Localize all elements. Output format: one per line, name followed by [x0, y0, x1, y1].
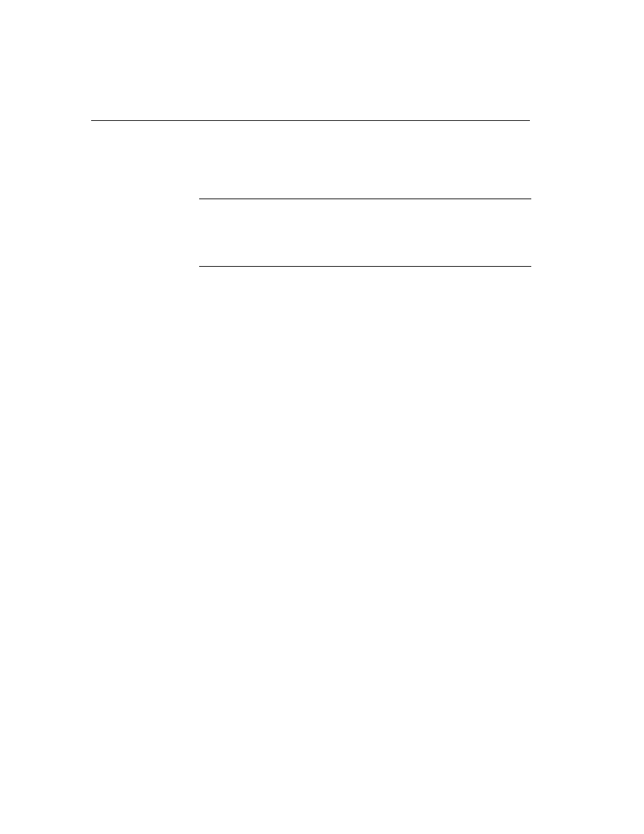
horizontal-rule [199, 199, 531, 199]
horizontal-rule [91, 120, 530, 121]
horizontal-rule [199, 266, 531, 267]
